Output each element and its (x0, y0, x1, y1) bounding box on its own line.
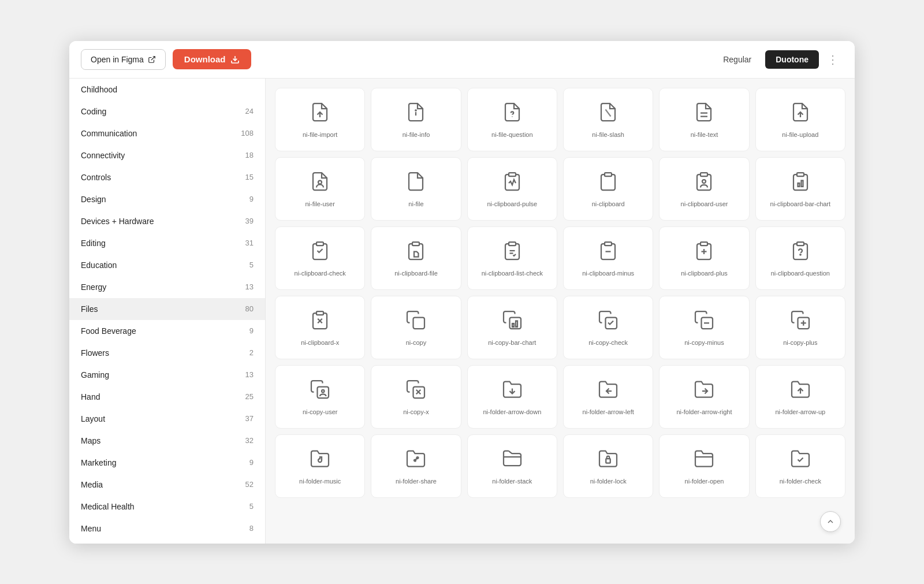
copy-user-icon (310, 379, 330, 408)
sidebar-item-label: Maps (81, 436, 100, 445)
sidebar-item-communication[interactable]: Communication 108 (69, 122, 265, 144)
icon-card-ni-clipboard-pulse[interactable]: ni-clipboard-pulse (467, 157, 557, 221)
icon-label: ni-folder-music (299, 477, 341, 485)
icon-card-ni-clipboard[interactable]: ni-clipboard (563, 157, 653, 221)
open-figma-button[interactable]: Open in Figma (81, 49, 166, 70)
file-question-icon (502, 102, 523, 131)
clipboard-question-icon (790, 240, 811, 269)
icon-card-ni-file-info[interactable]: ni-file-info (371, 88, 461, 151)
icon-label: ni-copy-bar-chart (488, 339, 536, 347)
icon-label: ni-folder-lock (590, 477, 627, 485)
sidebar-item-count: 52 (245, 480, 254, 489)
svg-rect-16 (798, 183, 799, 187)
sidebar-item-layout[interactable]: Layout 37 (69, 408, 265, 430)
icon-card-ni-clipboard-x[interactable]: ni-clipboard-x (275, 296, 365, 359)
sidebar-item-label: Childhood (81, 85, 117, 94)
copy-icon (405, 310, 426, 339)
sidebar-item-label: Coding (81, 107, 106, 116)
sidebar-item-menu[interactable]: Menu 8 (69, 518, 265, 540)
sidebar-item-childhood[interactable]: Childhood (69, 79, 265, 101)
icon-card-ni-folder-arrow-left[interactable]: ni-folder-arrow-left (563, 365, 653, 429)
icon-card-ni-copy-plus[interactable]: ni-copy-plus (755, 296, 845, 359)
icon-label: ni-clipboard (592, 200, 625, 208)
icon-card-ni-clipboard-question[interactable]: ni-clipboard-question (755, 226, 845, 290)
download-button[interactable]: Download (173, 49, 251, 69)
file-slash-icon (598, 102, 619, 131)
sidebar-item-maps[interactable]: Maps 32 (69, 430, 265, 452)
icon-label: ni-clipboard-user (681, 200, 728, 208)
icon-card-ni-folder-arrow-right[interactable]: ni-folder-arrow-right (659, 365, 749, 429)
sidebar-item-editing[interactable]: Editing 31 (69, 232, 265, 254)
icon-card-ni-folder-music[interactable]: ni-folder-music (275, 434, 365, 498)
icon-card-ni-clipboard-check[interactable]: ni-clipboard-check (275, 226, 365, 290)
icon-card-ni-copy-minus[interactable]: ni-copy-minus (659, 296, 749, 359)
clipboard-minus-icon (598, 240, 619, 269)
sidebar-item-devices-+-hardware[interactable]: Devices + Hardware 39 (69, 210, 265, 232)
more-options-button[interactable]: ⋮ (822, 50, 843, 69)
icon-card-ni-folder-stack[interactable]: ni-folder-stack (467, 434, 557, 498)
icon-card-ni-copy-x[interactable]: ni-copy-x (371, 365, 461, 429)
icon-card-ni-folder-arrow-down[interactable]: ni-folder-arrow-down (467, 365, 557, 429)
sidebar-item-medical-health[interactable]: Medical Health 5 (69, 496, 265, 518)
header-right: Regular Duotone ⋮ (713, 50, 843, 69)
sidebar-item-flowers[interactable]: Flowers 2 (69, 342, 265, 364)
icon-card-ni-folder-lock[interactable]: ni-folder-lock (563, 434, 653, 498)
sidebar-item-energy[interactable]: Energy 13 (69, 276, 265, 298)
icon-card-ni-copy[interactable]: ni-copy (371, 296, 461, 359)
icon-card-ni-copy-bar-chart[interactable]: ni-copy-bar-chart (467, 296, 557, 359)
scroll-top-button[interactable] (820, 511, 841, 532)
icon-card-ni-copy-user[interactable]: ni-copy-user (275, 365, 365, 429)
icon-card-ni-folder-arrow-up[interactable]: ni-folder-arrow-up (755, 365, 845, 429)
tab-regular[interactable]: Regular (713, 50, 762, 69)
icon-card-ni-file-upload[interactable]: ni-file-upload (755, 88, 845, 151)
icon-grid-container[interactable]: ni-file-import ni-file-info ni-file-ques… (266, 79, 855, 544)
sidebar-item-coding[interactable]: Coding 24 (69, 101, 265, 122)
icon-label: ni-file-slash (592, 131, 624, 139)
icon-card-ni-folder-share[interactable]: ni-folder-share (371, 434, 461, 498)
icon-label: ni-clipboard-file (394, 269, 438, 277)
sidebar-item-label: Media (81, 480, 103, 489)
icon-label: ni-clipboard-pulse (487, 200, 537, 208)
icon-card-ni-file-import[interactable]: ni-file-import (275, 88, 365, 151)
icon-label: ni-folder-arrow-down (483, 408, 541, 416)
sidebar-item-controls[interactable]: Controls 15 (69, 166, 265, 188)
sidebar-item-hand[interactable]: Hand 25 (69, 386, 265, 408)
sidebar-item-label: Files (81, 304, 98, 314)
sidebar-item-connectivity[interactable]: Connectivity 18 (69, 144, 265, 166)
sidebar-item-label: Education (81, 261, 117, 270)
icon-card-ni-file-question[interactable]: ni-file-question (467, 88, 557, 151)
sidebar-item-design[interactable]: Design 9 (69, 188, 265, 210)
sidebar-item-count: 39 (245, 217, 254, 225)
sidebar-item-food-beverage[interactable]: Food Beverage 9 (69, 320, 265, 342)
icon-card-ni-clipboard-bar-chart[interactable]: ni-clipboard-bar-chart (755, 157, 845, 221)
icon-label: ni-copy-x (403, 408, 429, 416)
icon-card-ni-file[interactable]: ni-file (371, 157, 461, 221)
sidebar-item-files[interactable]: Files 80 (69, 298, 265, 320)
clipboard-list-check-icon (502, 240, 523, 269)
icon-card-ni-clipboard-list-check[interactable]: ni-clipboard-list-check (467, 226, 557, 290)
icon-card-ni-copy-check[interactable]: ni-copy-check (563, 296, 653, 359)
icon-card-ni-file-user[interactable]: ni-file-user (275, 157, 365, 221)
icon-card-ni-folder-open[interactable]: ni-folder-open (659, 434, 749, 498)
sidebar-item-count: 9 (249, 458, 254, 467)
icon-card-ni-folder-check[interactable]: ni-folder-check (755, 434, 845, 498)
sidebar-item-media[interactable]: Media 52 (69, 474, 265, 496)
tab-duotone[interactable]: Duotone (765, 50, 819, 69)
icon-card-ni-file-text[interactable]: ni-file-text (659, 88, 749, 151)
svg-rect-35 (512, 323, 514, 327)
sidebar-item-marketing[interactable]: Marketing 9 (69, 452, 265, 474)
icon-card-ni-clipboard-user[interactable]: ni-clipboard-user (659, 157, 749, 221)
download-icon (230, 55, 240, 64)
svg-rect-19 (412, 242, 419, 245)
svg-rect-23 (605, 242, 612, 245)
folder-stack-icon (502, 448, 523, 477)
sidebar-item-gaming[interactable]: Gaming 13 (69, 364, 265, 386)
icon-card-ni-file-slash[interactable]: ni-file-slash (563, 88, 653, 151)
icon-card-ni-clipboard-minus[interactable]: ni-clipboard-minus (563, 226, 653, 290)
sidebar-item-education[interactable]: Education 5 (69, 254, 265, 276)
copy-bar-chart-icon (502, 310, 523, 339)
icon-card-ni-clipboard-file[interactable]: ni-clipboard-file (371, 226, 461, 290)
icon-card-ni-clipboard-plus[interactable]: ni-clipboard-plus (659, 226, 749, 290)
svg-rect-20 (509, 242, 516, 245)
sidebar-item-label: Medical Health (81, 502, 135, 511)
